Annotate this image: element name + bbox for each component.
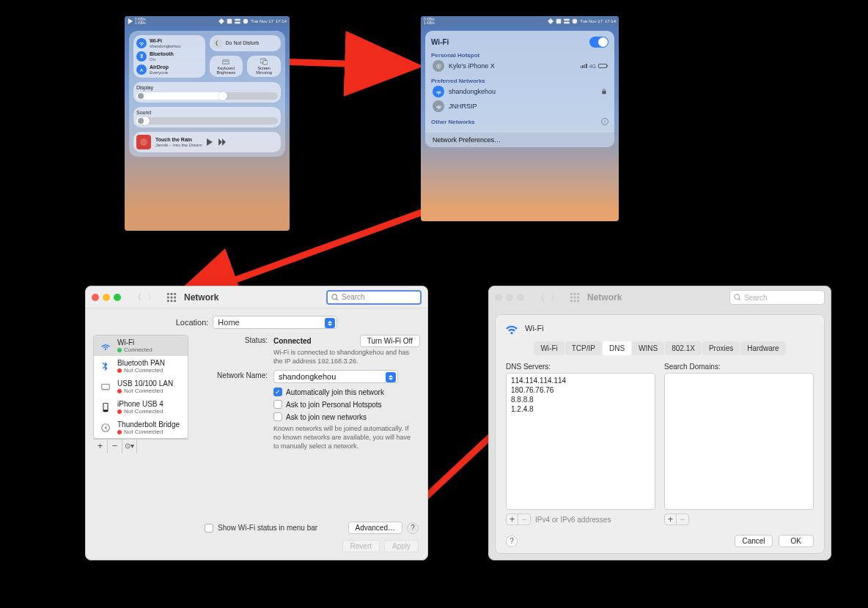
location-popup[interactable]: Home	[213, 316, 337, 329]
play-icon	[128, 18, 133, 24]
apply-button[interactable]: Apply	[384, 540, 419, 552]
ask-hotspot-checkbox[interactable]: Ask to join Personal Hotspots	[273, 400, 420, 409]
tab-hardware[interactable]: Hardware	[740, 341, 785, 355]
svg-point-22	[170, 296, 172, 298]
display-slider[interactable]	[136, 92, 278, 100]
remove-dns-button[interactable]: −	[518, 514, 530, 524]
cancel-button[interactable]: Cancel	[735, 535, 772, 547]
app-icon[interactable]	[218, 18, 224, 24]
info-icon[interactable]: i	[601, 118, 608, 125]
service-item[interactable]: iPhone USB 4Not Connected	[94, 397, 188, 418]
back-button[interactable]: 〈	[131, 292, 144, 303]
dns-entry[interactable]: 180.76.76.76	[511, 386, 650, 394]
tab-8021x[interactable]: 802.1X	[665, 341, 702, 355]
wifi-icon	[433, 86, 444, 97]
wifi-toggle[interactable]: Wi-Fishandongkehou	[136, 38, 202, 48]
wifi-network-item[interactable]: JNHRSIP	[431, 99, 608, 114]
svg-point-21	[167, 296, 169, 298]
search-field[interactable]: Search	[326, 290, 422, 305]
airdrop-toggle[interactable]: AirDropEveryone	[136, 64, 202, 75]
network-preferences-window: 〈〉 Network Search Location: Home Wi-FiCo…	[85, 286, 428, 560]
next-icon[interactable]	[218, 138, 226, 146]
hotspot-item[interactable]: Kyle's iPhone X 4G	[431, 59, 608, 73]
svg-point-38	[577, 296, 579, 298]
service-list[interactable]: Wi-FiConnected Bluetooth PANNot Connecte…	[93, 335, 188, 439]
close-button[interactable]	[92, 294, 99, 301]
svg-point-39	[570, 300, 573, 302]
network-preferences-link[interactable]: Network Preferences…	[425, 133, 614, 147]
svg-point-6	[243, 19, 248, 23]
phone-icon	[98, 401, 113, 413]
tab-wins[interactable]: WINS	[632, 341, 664, 355]
add-dns-button[interactable]: +	[507, 514, 518, 524]
status-description: Wi-Fi is connected to shandongkehou and …	[273, 349, 413, 366]
tab-dns[interactable]: DNS	[603, 341, 631, 355]
wifi-network-item[interactable]: shandongkehou	[431, 84, 608, 99]
service-item[interactable]: Wi-FiConnected	[94, 335, 188, 356]
ok-button[interactable]: OK	[779, 535, 814, 547]
wifi-switch[interactable]	[589, 37, 608, 48]
keyboard-brightness-button[interactable]: Keyboard Brightness	[210, 56, 243, 77]
help-button[interactable]: ?	[407, 522, 419, 534]
menubar-date[interactable]: Tue Nov 17	[580, 19, 603, 23]
app-icon[interactable]	[227, 18, 232, 24]
help-button[interactable]: ?	[506, 535, 518, 547]
tab-tcpip[interactable]: TCP/IP	[565, 341, 602, 355]
remove-service-button[interactable]: −	[108, 440, 122, 453]
ask-new-description: Known networks will be joined automatica…	[273, 425, 413, 451]
svg-point-35	[577, 293, 579, 295]
service-item[interactable]: Bluetooth PANNot Connected	[94, 356, 188, 377]
dnd-toggle[interactable]: Do Not Disturb	[210, 35, 282, 51]
control-center-icon[interactable]	[564, 18, 570, 24]
forward-button[interactable]: 〉	[145, 292, 158, 303]
revert-button[interactable]: Revert	[342, 540, 380, 552]
now-playing-tile[interactable]: Touch the RainJannik – Into the Dream	[133, 132, 281, 152]
tab-wifi[interactable]: Wi-Fi	[534, 341, 564, 355]
control-center-icon[interactable]	[235, 18, 240, 24]
service-item[interactable]: Thunderbolt BridgeNot Connected	[94, 418, 188, 438]
bluetooth-toggle[interactable]: BluetoothOn	[136, 51, 202, 62]
dns-servers-list[interactable]: 114.114.114.114180.76.76.768.8.8.81.2.4.…	[506, 373, 655, 510]
dns-entry[interactable]: 1.2.4.8	[511, 405, 650, 413]
turn-wifi-off-button[interactable]: Turn Wi-Fi Off	[360, 335, 420, 347]
menubar-time[interactable]: 17:14	[605, 19, 616, 23]
show-all-icon[interactable]	[166, 292, 177, 303]
svg-point-23	[174, 296, 176, 298]
screen-mirroring-button[interactable]: Screen Mirroring	[247, 56, 281, 77]
service-item[interactable]: USB 10/100 LANNot Connected	[94, 377, 188, 397]
eth-icon	[98, 381, 113, 393]
ask-new-networks-checkbox[interactable]: Ask to join new networks	[273, 412, 420, 421]
dns-entry[interactable]: 8.8.8.8	[511, 396, 650, 404]
bluetooth-icon	[136, 51, 147, 62]
svg-line-43	[739, 299, 741, 301]
search-domains-list[interactable]	[664, 373, 814, 510]
advanced-button[interactable]: Advanced…	[348, 522, 402, 534]
network-name-popup[interactable]: shandongkehou	[273, 370, 398, 383]
play-icon[interactable]	[207, 138, 214, 146]
dns-entry[interactable]: 114.114.114.114	[511, 377, 650, 385]
app-icon[interactable]	[548, 18, 553, 24]
sound-slider[interactable]	[136, 117, 278, 125]
menubar-time[interactable]: 17:14	[276, 19, 287, 23]
zoom-button	[517, 294, 524, 301]
lock-icon	[601, 89, 607, 94]
add-domain-button[interactable]: +	[665, 514, 677, 524]
siri-icon[interactable]	[243, 18, 249, 24]
wifi-dropdown: Wi-Fi Personal Hotspot Kyle's iPhone X 4…	[425, 31, 614, 147]
service-actions-button[interactable]: ⊙▾	[122, 440, 137, 453]
tab-proxies[interactable]: Proxies	[702, 341, 740, 355]
svg-point-36	[570, 296, 573, 298]
auto-join-checkbox[interactable]: Automatically join this network	[273, 388, 420, 396]
menubar-date[interactable]: Tue Nov 17	[251, 19, 273, 23]
siri-icon[interactable]	[572, 18, 578, 24]
remove-domain-button[interactable]: −	[677, 514, 688, 524]
minimize-button[interactable]	[103, 294, 110, 301]
back-button: 〈	[534, 292, 547, 303]
wifi-icon	[98, 340, 113, 352]
show-menu-checkbox[interactable]	[205, 524, 213, 533]
svg-point-20	[174, 292, 176, 294]
app-icon[interactable]	[556, 18, 562, 24]
zoom-button[interactable]	[114, 294, 121, 301]
add-service-button[interactable]: +	[93, 440, 108, 453]
hotspot-section-label: Personal Hotspot	[431, 52, 608, 59]
